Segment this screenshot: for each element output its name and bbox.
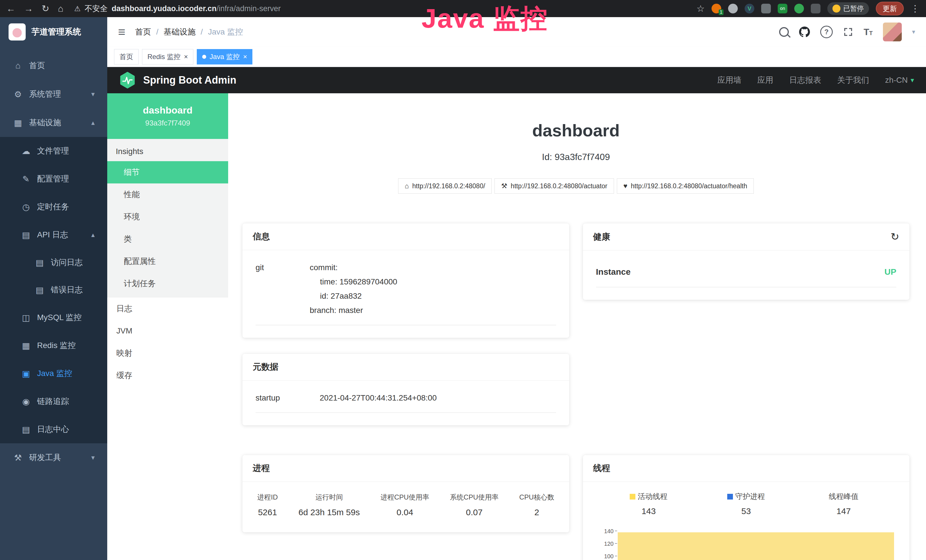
commit-id-line: id: 27aa832 [310, 289, 397, 303]
tag-label: 首页 [120, 52, 133, 61]
extensions-puzzle-icon[interactable] [811, 4, 820, 14]
fullscreen-icon[interactable] [843, 27, 853, 37]
forward-icon[interactable]: → [24, 4, 33, 13]
menu-label: Redis 监控 [37, 340, 95, 351]
metadata-card-body: startup 2021-04-27T00:44:31.254+08:00 [242, 381, 569, 425]
metadata-card: 元数据 startup 2021-04-27T00:44:31.254+08:0… [242, 354, 569, 425]
close-icon[interactable]: × [184, 53, 188, 61]
sba-item-jvm[interactable]: JVM [107, 320, 228, 342]
sba-instance-header[interactable]: dashboard 93a3fc7f7409 [107, 93, 228, 139]
sidebar-item-mysql-monitor[interactable]: ◫ MySQL 监控 [0, 304, 107, 331]
address-bar[interactable]: ⚠ 不安全 dashboard.yudao.iocoder.cn/infra/a… [74, 3, 281, 14]
search-icon[interactable] [779, 27, 789, 37]
column-value: 5261 [257, 507, 278, 518]
close-icon[interactable]: × [243, 53, 247, 61]
nav-journal[interactable]: 日志报表 [790, 75, 822, 86]
sba-item-config-props[interactable]: 配置属性 [107, 250, 228, 272]
help-icon[interactable]: ? [820, 26, 833, 38]
breadcrumb-home[interactable]: 首页 [135, 27, 151, 37]
service-url-link[interactable]: ⌂http://192.168.0.2:48080/ [398, 178, 492, 194]
github-icon[interactable] [799, 27, 810, 37]
url-host: dashboard.yudao.iocoder.cn [112, 4, 217, 13]
vue-devtools-icon[interactable]: V [744, 4, 754, 14]
sba-item-details[interactable]: 细节 [107, 161, 228, 183]
user-avatar[interactable] [883, 23, 902, 41]
extension-icon-on[interactable]: on [778, 4, 787, 14]
tag-redis-monitor[interactable]: Redis 监控× [142, 49, 194, 65]
back-icon[interactable]: ← [6, 4, 15, 13]
menu-label: 定时任务 [37, 201, 95, 212]
tag-home[interactable]: 首页 [114, 49, 139, 65]
sidebar-item-log-center[interactable]: ▤ 日志中心 [0, 415, 107, 443]
health-card-body: Instance UP [583, 250, 910, 300]
sba-item-environment[interactable]: 环境 [107, 206, 228, 228]
sidebar-item-scheduled-job[interactable]: ◷ 定时任务 [0, 193, 107, 221]
paused-badge[interactable]: 已暂停 [827, 2, 869, 15]
active-dot [202, 55, 206, 59]
threads-card-body: 活动线程 143 守护进程 53 线程峰值 14 [583, 482, 910, 560]
sidebar-item-access-log[interactable]: ▤ 访问日志 [0, 249, 107, 276]
app-logo-row[interactable]: 芋道管理系统 [0, 17, 107, 47]
sidebar-item-redis-monitor[interactable]: ▦ Redis 监控 [0, 331, 107, 359]
instance-health-row[interactable]: Instance UP [596, 261, 897, 287]
sba-item-classes[interactable]: 类 [107, 228, 228, 250]
sidebar-item-java-monitor[interactable]: ▣ Java 监控 [0, 359, 107, 387]
insights-section: Insights 细节 性能 环境 类 配置属性 计划任务 [107, 139, 228, 298]
document-icon: ▤ [34, 285, 45, 295]
link-label: http://192.168.0.2:48080/actuator [511, 182, 607, 190]
emoji-face-icon [832, 5, 840, 12]
font-size-icon[interactable]: TT [864, 27, 873, 37]
tools-icon: ⚒ [12, 453, 23, 463]
language-selector[interactable]: zh-CN▾ [885, 76, 914, 85]
eye-icon: ◉ [21, 397, 31, 407]
log-center-icon: ▤ [21, 424, 31, 434]
sba-item-scheduled-tasks[interactable]: 计划任务 [107, 272, 228, 295]
commit-time-line: time: 1596289704000 [310, 275, 397, 289]
actuator-url-link[interactable]: ⚒http://192.168.0.2:48080/actuator [495, 178, 614, 194]
info-card-title: 信息 [242, 223, 569, 250]
instance-name: dashboard [143, 105, 192, 116]
browser-home-icon[interactable]: ⌂ [58, 4, 63, 13]
bookmark-star-icon[interactable]: ☆ [696, 4, 705, 13]
sidebar-item-infra[interactable]: ▦ 基础设施 ▴ [0, 108, 107, 137]
sidebar-item-home[interactable]: ⌂ 首页 [0, 51, 107, 80]
extension-icon-drop[interactable] [728, 4, 738, 14]
sidebar-item-config-manage[interactable]: ✎ 配置管理 [0, 165, 107, 193]
kebab-menu-icon[interactable]: ⋮ [911, 4, 920, 13]
nav-applications[interactable]: 应用 [758, 75, 773, 86]
sidebar-item-api-log[interactable]: ▤ API 日志 ▴ [0, 221, 107, 249]
sidebar-item-system[interactable]: ⚙ 系统管理 ▾ [0, 80, 107, 108]
history-icon[interactable]: ↺ [891, 231, 899, 243]
sba-item-logs[interactable]: 日志 [107, 298, 228, 320]
sba-item-performance[interactable]: 性能 [107, 183, 228, 206]
legend-peak-threads: 线程峰值 147 [795, 492, 892, 516]
tag-java-monitor[interactable]: Java 监控× [197, 49, 253, 65]
extension-icon-leaf[interactable] [794, 4, 804, 14]
chevron-down-icon[interactable]: ▾ [912, 28, 915, 36]
sba-item-caches[interactable]: 缓存 [107, 364, 228, 387]
sidebar-item-dev-tools[interactable]: ⚒ 研发工具 ▾ [0, 443, 107, 472]
health-url-link[interactable]: ♥http://192.168.0.2:48080/actuator/healt… [617, 178, 754, 194]
extension-icon-orange[interactable]: 1 [711, 4, 721, 14]
sba-item-mappings[interactable]: 映射 [107, 342, 228, 364]
extension-icon-grid[interactable] [761, 4, 771, 14]
breadcrumb-separator: / [156, 27, 159, 36]
reload-icon[interactable]: ↻ [42, 4, 49, 13]
menu-label: 错误日志 [51, 285, 95, 295]
sidebar-item-trace[interactable]: ◉ 链路追踪 [0, 387, 107, 415]
document-icon: ▤ [34, 257, 45, 268]
breadcrumb-section[interactable]: 基础设施 [163, 27, 195, 37]
legend-label: 活动线程 [638, 492, 667, 501]
spring-boot-admin-logo [119, 72, 136, 88]
menu-label: 系统管理 [29, 89, 86, 100]
sidebar-item-error-log[interactable]: ▤ 错误日志 [0, 276, 107, 304]
sidebar-item-file-manage[interactable]: ☁ 文件管理 [0, 137, 107, 165]
nav-about[interactable]: 关于我们 [837, 75, 869, 86]
info-card-body: git commit: time: 1596289704000 id: 27aa… [242, 250, 569, 338]
update-button[interactable]: 更新 [876, 2, 904, 15]
sba-nav-links: 应用墙 应用 日志报表 关于我们 zh-CN▾ [717, 75, 914, 86]
sba-brand-title[interactable]: Spring Boot Admin [143, 74, 236, 86]
url-path: /infra/admin-server [216, 4, 281, 13]
collapse-sidebar-icon[interactable]: ≡ [118, 25, 126, 39]
nav-wallboard[interactable]: 应用墙 [717, 75, 741, 86]
